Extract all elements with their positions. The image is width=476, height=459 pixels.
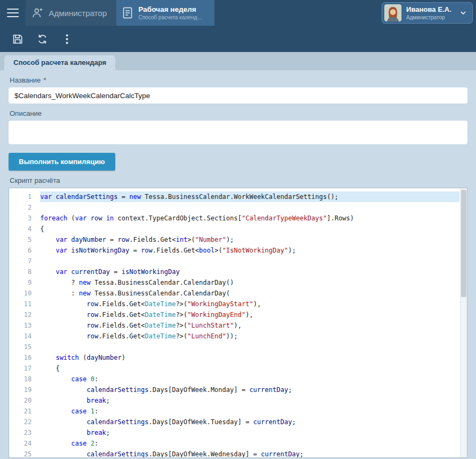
code-row[interactable]: 23 break; [9, 427, 467, 438]
line-number: 13 [9, 320, 40, 331]
code-row[interactable]: 17 { [9, 363, 467, 374]
line-number: 4 [9, 224, 40, 234]
code-line[interactable]: var calendarSettings = new Tessa.Busines… [40, 191, 459, 202]
save-button[interactable] [5, 28, 30, 50]
description-label: Описание [10, 109, 466, 117]
document-icon [122, 6, 133, 20]
line-number: 3 [9, 213, 40, 224]
description-input[interactable] [9, 121, 467, 144]
line-number: 18 [9, 374, 40, 384]
line-number: 22 [9, 417, 40, 427]
code-line[interactable]: { [40, 363, 459, 374]
compile-button[interactable]: Выполнить компиляцию [9, 153, 115, 171]
main-menu-button[interactable] [0, 0, 26, 26]
code-line[interactable]: : new Tessa.BusinessCalendar.CalendarDay… [40, 288, 459, 299]
code-row[interactable]: 16 switch (dayNumber) [9, 352, 467, 363]
code-row[interactable]: 13 row.Fields.Get<DateTime?>("LunchStart… [9, 320, 467, 331]
line-number: 20 [9, 395, 40, 406]
code-row[interactable]: 21 case 1: [9, 406, 467, 417]
page-tabstrip: Способ расчета календаря [0, 52, 476, 70]
code-row[interactable]: 8 var currentDay = isNotWorkingDay [9, 266, 467, 277]
code-row[interactable]: 3foreach (var row in context.TypeCardObj… [9, 213, 467, 224]
code-line[interactable]: case 0: [40, 374, 459, 384]
code-line[interactable]: calendarSettings.Days[DayOfWeek.Tuesday]… [40, 417, 459, 427]
tab-subtitle: Способ расчета календ… [138, 14, 203, 20]
code-row[interactable]: 18 case 0: [9, 374, 467, 384]
code-editor[interactable]: 1var calendarSettings = new Tessa.Busine… [9, 188, 467, 458]
line-number: 25 [9, 449, 40, 458]
code-line[interactable]: case 1: [40, 406, 459, 417]
code-line[interactable]: break; [40, 395, 459, 406]
code-line[interactable]: row.Fields.Get<DateTime?>("WorkingDayEnd… [40, 309, 459, 320]
line-number: 8 [9, 266, 40, 277]
line-number: 9 [9, 277, 40, 288]
line-number: 7 [9, 256, 40, 266]
code-row[interactable]: 20 break; [9, 395, 467, 406]
tab-working-week[interactable]: Рабочая неделя Способ расчета календ… [116, 0, 214, 26]
name-input[interactable] [9, 87, 467, 103]
code-line[interactable]: var dayNumber = row.Fields.Get<int>("Num… [40, 234, 459, 245]
code-line[interactable] [40, 342, 459, 352]
user-menu[interactable]: Иванова Е.А. Администратор [382, 2, 473, 24]
avatar [384, 4, 401, 21]
app-header: Администратор Рабочая неделя Способ расч… [0, 0, 476, 26]
line-number: 2 [9, 202, 40, 213]
code-line[interactable]: { [40, 224, 459, 234]
code-line[interactable]: ? new Tessa.BusinessCalendar.CalendarDay… [40, 277, 459, 288]
code-line[interactable]: var isNotWorkingDay = row.Fields.Get<boo… [40, 245, 459, 256]
chevron-down-icon [459, 9, 467, 17]
code-row[interactable]: 22 calendarSettings.Days[DayOfWeek.Tuesd… [9, 417, 467, 427]
code-row[interactable]: 15 [9, 342, 467, 352]
editor-scrollbar[interactable] [460, 188, 467, 457]
code-row[interactable]: 14 row.Fields.Get<DateTime?>("LunchEnd")… [9, 331, 467, 342]
code-row[interactable]: 5 var dayNumber = row.Fields.Get<int>("N… [9, 234, 467, 245]
name-label: Название [10, 76, 41, 84]
code-row[interactable]: 24 case 2: [9, 438, 467, 449]
code-row[interactable]: 1var calendarSettings = new Tessa.Busine… [9, 191, 467, 202]
code-row[interactable]: 9 ? new Tessa.BusinessCalendar.CalendarD… [9, 277, 467, 288]
line-number: 12 [9, 309, 40, 320]
hamburger-icon [7, 6, 19, 19]
code-line[interactable]: row.Fields.Get<DateTime?>("LunchStart"), [40, 320, 459, 331]
code-row[interactable]: 7 [9, 256, 467, 266]
code-row[interactable]: 11 row.Fields.Get<DateTime?>("WorkingDay… [9, 299, 467, 309]
line-number: 1 [9, 191, 40, 202]
admin-menu-label: Администратор [49, 9, 107, 18]
line-number: 21 [9, 406, 40, 417]
code-row[interactable]: 10 : new Tessa.BusinessCalendar.Calendar… [9, 288, 467, 299]
code-line[interactable]: row.Fields.Get<DateTime?>("LunchEnd")); [40, 331, 459, 342]
code-line[interactable] [40, 202, 459, 213]
more-actions-button[interactable] [55, 28, 79, 50]
admin-menu-button[interactable]: Администратор [26, 0, 116, 26]
line-number: 15 [9, 342, 40, 352]
refresh-button[interactable] [30, 28, 55, 50]
person-asterisk-icon [31, 6, 44, 19]
code-line[interactable]: foreach (var row in context.TypeCardObje… [40, 213, 459, 224]
refresh-icon [36, 33, 49, 46]
code-line[interactable]: case 2: [40, 438, 459, 449]
code-line[interactable]: break; [40, 427, 459, 438]
editor-scrollbar-thumb[interactable] [461, 190, 466, 297]
user-name: Иванова Е.А. [406, 5, 451, 13]
code-row[interactable]: 25 calendarSettings.Days[DayOfWeek.Wedne… [9, 449, 467, 458]
form-content: Название* Описание Выполнить компиляцию … [0, 76, 476, 458]
code-line[interactable]: switch (dayNumber) [40, 352, 459, 363]
kebab-menu-icon [66, 33, 68, 46]
code-row[interactable]: 4{ [9, 224, 467, 234]
code-row[interactable]: 2 [9, 202, 467, 213]
code-line[interactable]: var currentDay = isNotWorkingDay [40, 266, 459, 277]
line-number: 24 [9, 438, 40, 449]
code-line[interactable] [40, 256, 459, 266]
code-row[interactable]: 12 row.Fields.Get<DateTime?>("WorkingDay… [9, 309, 467, 320]
code-row[interactable]: 6 var isNotWorkingDay = row.Fields.Get<b… [9, 245, 467, 256]
line-number: 10 [9, 288, 40, 299]
code-line[interactable]: calendarSettings.Days[DayOfWeek.Wednesda… [40, 449, 459, 458]
script-label: Скрипт расчёта [10, 176, 466, 184]
tab-title: Рабочая неделя [138, 5, 203, 13]
code-row[interactable]: 19 calendarSettings.Days[DayOfWeek.Monda… [9, 384, 467, 395]
line-number: 16 [9, 352, 40, 363]
code-line[interactable]: row.Fields.Get<DateTime?>("WorkingDaySta… [40, 299, 459, 309]
line-number: 14 [9, 331, 40, 342]
code-line[interactable]: calendarSettings.Days[DayOfWeek.Monday] … [40, 384, 459, 395]
tab-calendar-calc-method[interactable]: Способ расчета календаря [4, 55, 115, 70]
